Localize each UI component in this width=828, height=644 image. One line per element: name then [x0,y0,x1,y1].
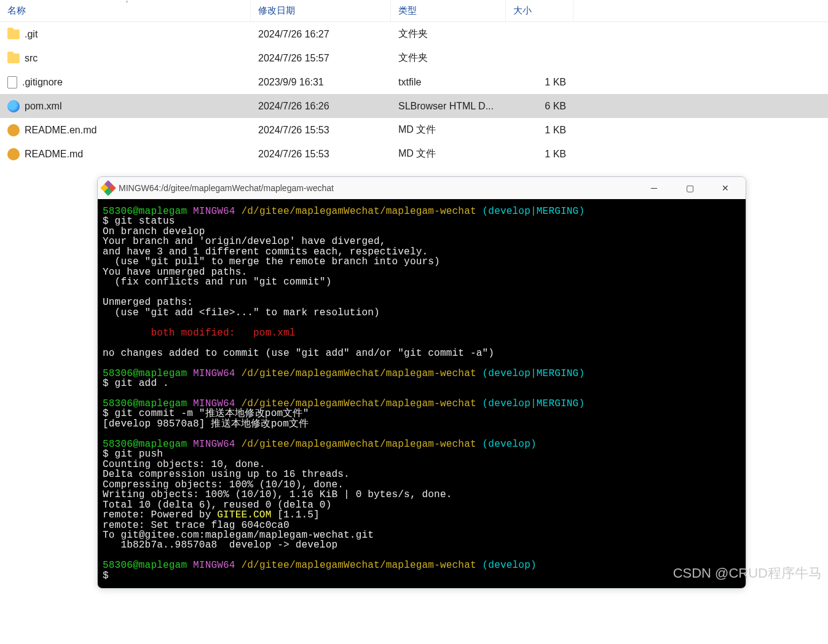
file-type: SLBrowser HTML D... [391,101,506,112]
file-name: src [25,53,37,64]
file-date: 2024/7/26 16:26 [251,101,391,112]
file-type: 文件夹 [391,28,506,41]
file-row[interactable]: README.md2024/7/26 15:53MD 文件1 KB [0,142,828,166]
header-size[interactable]: 大小 [506,0,574,22]
window-controls: ─ ▢ ✕ [644,179,741,197]
file-row[interactable]: .git2024/7/26 16:27文件夹 [0,22,828,46]
file-row[interactable]: .gitignore2023/9/9 16:31txtfile1 KB [0,70,828,94]
file-name: .git [25,29,37,40]
terminal-body[interactable]: 58306@maplegam MINGW64 /d/gitee/maplegam… [98,199,746,588]
file-name: .gitignore [22,77,63,88]
file-type: txtfile [391,77,506,88]
file-type: MD 文件 [391,124,506,136]
file-row[interactable]: src2024/7/26 15:57文件夹 [0,46,828,70]
file-header[interactable]: 名称 ˄ 修改日期 类型 大小 [0,0,828,22]
watermark: CSDN @CRUD程序牛马 [673,564,822,583]
markdown-icon [7,124,20,136]
file-name: pom.xml [25,101,61,112]
file-row[interactable]: README.en.md2024/7/26 15:53MD 文件1 KB [0,118,828,142]
folder-icon [7,53,20,63]
file-date: 2024/7/26 15:53 [251,125,391,136]
header-name[interactable]: 名称 ˄ [0,0,251,22]
app-icon [103,183,114,194]
minimize-button[interactable]: ─ [644,179,664,197]
file-icon [7,76,17,88]
sort-asc-icon: ˄ [125,0,128,7]
titlebar[interactable]: MINGW64:/d/gitee/maplegamWechat/maplegam… [98,177,746,199]
file-date: 2023/9/9 16:31 [251,77,391,88]
browser-icon [7,100,20,112]
file-row[interactable]: pom.xml2024/7/26 16:26SLBrowser HTML D..… [0,94,828,118]
header-type[interactable]: 类型 [391,0,506,22]
file-name: README.en.md [25,125,97,136]
terminal-window: MINGW64:/d/gitee/maplegamWechat/maplegam… [97,176,746,589]
file-date: 2024/7/26 16:27 [251,29,391,40]
file-explorer: 名称 ˄ 修改日期 类型 大小 .git2024/7/26 16:27文件夹sr… [0,0,828,166]
folder-icon [7,29,20,39]
file-date: 2024/7/26 15:57 [251,53,391,64]
file-size: 6 KB [506,101,574,112]
file-date: 2024/7/26 15:53 [251,149,391,160]
window-title: MINGW64:/d/gitee/maplegamWechat/maplegam… [119,183,644,193]
file-size: 1 KB [506,125,574,136]
maximize-button[interactable]: ▢ [679,179,700,197]
file-name: README.md [25,149,83,160]
col-name-label: 名称 [7,5,26,17]
markdown-icon [7,148,20,160]
file-size: 1 KB [506,77,574,88]
file-type: MD 文件 [391,147,506,160]
close-button[interactable]: ✕ [715,179,736,197]
file-size: 1 KB [506,149,574,160]
file-type: 文件夹 [391,52,506,65]
header-date[interactable]: 修改日期 [251,0,391,22]
